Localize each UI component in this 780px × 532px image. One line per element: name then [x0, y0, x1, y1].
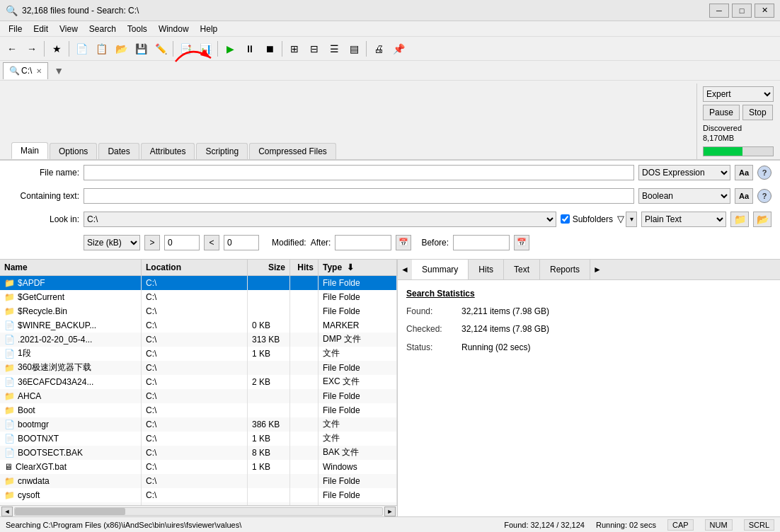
- subfolders-checkbox[interactable]: [561, 214, 570, 224]
- menu-view[interactable]: View: [54, 23, 84, 35]
- search-tab-close[interactable]: ✕: [36, 67, 42, 75]
- look-in-row: Look in: C:\ Subfolders ▽ ▾ Plain Text D…: [8, 212, 772, 227]
- after-input[interactable]: Today: [335, 235, 391, 250]
- browse-folder2-button[interactable]: 📂: [753, 212, 772, 227]
- table-row[interactable]: 📁360极速浏览器下载 C:\ File Folde: [0, 361, 397, 375]
- size-gt-input[interactable]: [164, 235, 200, 250]
- filter-dropdown-button[interactable]: ▾: [626, 212, 637, 227]
- stop-toolbar-button[interactable]: ⏹: [260, 40, 279, 58]
- table-row[interactable]: 📁cnwdata C:\ File Folde: [0, 474, 397, 488]
- size-lt-button[interactable]: <: [204, 235, 219, 250]
- badge-cap: CAP: [667, 519, 694, 531]
- expression-select[interactable]: DOS Expression RegEx Wildcards: [638, 165, 730, 180]
- before-cal-button[interactable]: 📅: [514, 235, 529, 250]
- col-header-size[interactable]: Size: [248, 260, 290, 275]
- back-button[interactable]: ←: [3, 40, 21, 58]
- file-name-input[interactable]: [84, 165, 634, 180]
- bookmark-button[interactable]: ★: [47, 40, 66, 58]
- pause-toolbar-button[interactable]: ⏸: [241, 40, 259, 58]
- maximize-button[interactable]: □: [732, 4, 752, 18]
- table-row[interactable]: 📄BOOTSECT.BAK C:\ 8 KB BAK 文件: [0, 446, 397, 460]
- menu-file[interactable]: File: [3, 23, 28, 35]
- tab-text[interactable]: Text: [504, 260, 540, 279]
- look-in-select[interactable]: C:\: [84, 212, 556, 227]
- table-row[interactable]: 📁$GetCurrent C:\ File Folde: [0, 290, 397, 304]
- view3-button[interactable]: ☰: [325, 40, 343, 58]
- table-row[interactable]: 🖥ClearXGT.bat C:\ 1 KB Windows: [0, 460, 397, 474]
- info-scroll-left[interactable]: ◄: [398, 260, 412, 279]
- view2-button[interactable]: ⊟: [305, 40, 323, 58]
- tab-attributes[interactable]: Attributes: [141, 143, 195, 159]
- tab-hits[interactable]: Hits: [469, 260, 504, 279]
- new-button[interactable]: 📄: [72, 40, 91, 58]
- tab-reports[interactable]: Reports: [540, 260, 590, 279]
- tab-summary[interactable]: Summary: [412, 260, 469, 279]
- view4-button[interactable]: ▤: [345, 40, 363, 58]
- table-row[interactable]: 📄.2021-02-20_05-4... C:\ 313 KB DMP 文件: [0, 332, 397, 347]
- tab-compressed[interactable]: Compressed Files: [249, 143, 336, 159]
- size-gt-button[interactable]: >: [144, 235, 160, 250]
- col-header-type[interactable]: Type ⬇: [319, 260, 397, 275]
- before-input[interactable]: Today: [453, 235, 510, 250]
- stats-table: Found: 32,211 items (7.98 GB) Checked: 3…: [406, 304, 772, 356]
- table-row[interactable]: 📁cysoft C:\ File Folde: [0, 488, 397, 502]
- search-tab-1[interactable]: 🔍 C:\ ✕: [3, 62, 48, 79]
- prop2-button[interactable]: 📊: [196, 40, 214, 58]
- open-button[interactable]: 📂: [112, 40, 130, 58]
- containing-text-input[interactable]: [84, 188, 634, 204]
- hscroll-left-button[interactable]: ◄: [1, 507, 13, 516]
- table-row[interactable]: 📄36ECAFCD43A24... C:\ 2 KB EXC 文件: [0, 375, 397, 389]
- menu-edit[interactable]: Edit: [28, 23, 54, 35]
- window-title: 32,168 files found - Search: C:\: [22, 6, 139, 16]
- checked-label: Checked:: [406, 322, 456, 337]
- menu-window[interactable]: Window: [153, 23, 195, 35]
- tab-main[interactable]: Main: [11, 142, 48, 159]
- after-cal-button[interactable]: 📅: [396, 235, 411, 250]
- save-button[interactable]: 💾: [132, 40, 150, 58]
- size-select[interactable]: Size (kB): [84, 235, 140, 250]
- browse-folder-button[interactable]: 📁: [730, 212, 749, 227]
- stop-button[interactable]: Stop: [742, 105, 773, 120]
- file-name-help-button[interactable]: ?: [757, 166, 772, 180]
- tab-scripting[interactable]: Scripting: [196, 143, 248, 159]
- hscroll-right-button[interactable]: ►: [384, 507, 396, 516]
- table-row[interactable]: 📄$WINRE_BACKUP... C:\ 0 KB MARKER: [0, 318, 397, 332]
- containing-aa-button[interactable]: Aa: [735, 188, 753, 204]
- close-button[interactable]: ✕: [755, 4, 774, 18]
- pause-button[interactable]: Pause: [703, 105, 740, 120]
- menu-search[interactable]: Search: [84, 23, 122, 35]
- table-row[interactable]: 📁Boot C:\ File Folde: [0, 403, 397, 417]
- view1-button[interactable]: ⊞: [285, 40, 304, 58]
- prop1-button[interactable]: 📑: [176, 40, 195, 58]
- col-header-name[interactable]: Name: [0, 260, 142, 275]
- col-header-hits[interactable]: Hits: [290, 260, 319, 275]
- boolean-select[interactable]: Boolean Plain Regex: [638, 188, 730, 204]
- modified-label: Modified:: [272, 238, 306, 248]
- table-row[interactable]: 📄bootmgr C:\ 386 KB 文件: [0, 417, 397, 432]
- filter-select[interactable]: Plain Text Documents All Files: [641, 212, 726, 227]
- search-tab-dropdown[interactable]: ▼: [51, 65, 67, 76]
- run-button[interactable]: ▶: [221, 40, 239, 58]
- info-scroll-right[interactable]: ►: [590, 260, 604, 279]
- size-lt-input[interactable]: [224, 235, 259, 250]
- table-row[interactable]: 📁$Recycle.Bin C:\ File Folde: [0, 304, 397, 318]
- file-name-aa-button[interactable]: Aa: [735, 165, 753, 180]
- menu-tools[interactable]: Tools: [122, 23, 153, 35]
- forward-button[interactable]: →: [23, 40, 41, 58]
- table-row[interactable]: 📁AHCA C:\ File Folde: [0, 389, 397, 403]
- col-header-location[interactable]: Location: [142, 260, 248, 275]
- containing-help-button[interactable]: ?: [757, 189, 772, 203]
- table-row[interactable]: 📄1段 C:\ 1 KB 文件: [0, 347, 397, 361]
- pin-button[interactable]: 📌: [389, 40, 408, 58]
- file-name-label: File name:: [8, 168, 79, 178]
- tab-options[interactable]: Options: [50, 143, 97, 159]
- tab-dates[interactable]: Dates: [98, 143, 139, 159]
- table-row[interactable]: 📁$APDF C:\ File Folde: [0, 276, 397, 290]
- edit-button[interactable]: ✏️: [151, 40, 170, 58]
- copy-button[interactable]: 📋: [92, 40, 110, 58]
- menu-help[interactable]: Help: [195, 23, 224, 35]
- print-button[interactable]: 🖨: [369, 40, 388, 58]
- minimize-button[interactable]: ─: [709, 4, 729, 18]
- expert-select[interactable]: Expert: [703, 86, 774, 102]
- table-row[interactable]: 📄BOOTNXT C:\ 1 KB 文件: [0, 432, 397, 446]
